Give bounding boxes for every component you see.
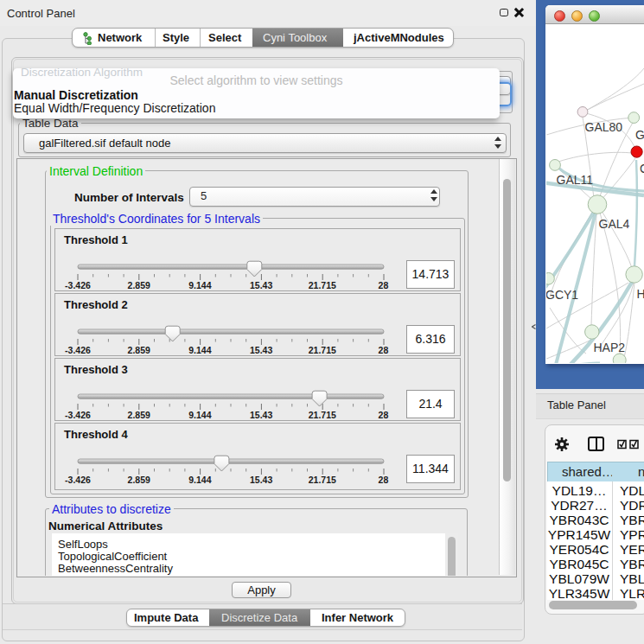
svg-text:HAP2: HAP2 xyxy=(594,341,626,354)
svg-text:GAL80: GAL80 xyxy=(585,120,623,134)
svg-text:GCY1: GCY1 xyxy=(546,288,578,302)
svg-text:GAL4: GAL4 xyxy=(599,217,630,231)
svg-text:GA: GA xyxy=(635,128,644,142)
svg-text:GAL11: GAL11 xyxy=(557,173,594,187)
svg-text:C: C xyxy=(640,162,644,175)
svg-text:HI: HI xyxy=(637,287,644,301)
